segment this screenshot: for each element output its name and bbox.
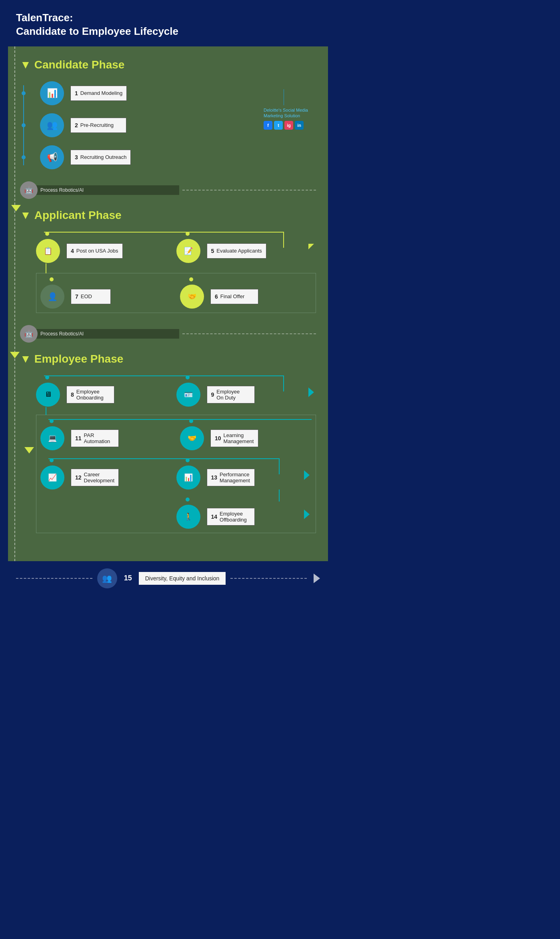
left-arrow-employee [24,447,34,453]
candidate-phase: ▼ Candidate Phase 📊 1 Demand Modeling [20,58,316,169]
career-icon: 📈 [48,473,57,482]
candidate-phase-title: ▼ Candidate Phase [20,58,316,71]
step2-label: 2 Pre-Recruiting [70,118,126,133]
main-content: ▼ Candidate Phase 📊 1 Demand Modeling [8,46,328,561]
step8-circle: 🖥 [36,383,60,407]
chart-icon: 📊 [47,88,58,98]
left-arrow-1 [11,205,21,211]
applicant-arrow-icon: ▼ [20,209,31,222]
employee-step-8: 🖥 8 EmployeeOnboarding [36,383,114,407]
learning-icon: 🤝 [188,434,196,443]
employee-phase-title: ▼ Employee Phase [20,353,316,365]
right-arrow-4 [304,510,310,519]
step7-label: 7 EOD [71,289,111,304]
left-dashed-line [14,46,15,561]
offboarding-icon: 🚶 [184,512,193,521]
process-label-2: Process Robotics/AI [36,329,179,339]
onduty-icon: 🪪 [184,390,193,399]
social-icons: f t ig in [264,121,308,130]
step3-circle: 📢 [40,145,64,169]
linkedin-icon[interactable]: in [295,121,304,130]
twitter-icon[interactable]: t [274,121,283,130]
step13-circle: 📊 [176,465,200,490]
step4-label: 4 Post on USA Jobs [66,243,123,259]
par-icon: 💻 [48,434,57,443]
footer-label: Diversity, Equity and Inclusion [139,572,226,585]
onboarding-icon: 🖥 [44,390,52,399]
applicant-step-7: 👤 7 EOD [40,285,111,309]
applicant-step-5: 📝 5 Evaluate Applicants [176,239,266,263]
step13-label: 13 PerformanceManagement [207,469,255,486]
evaluate-icon: 📝 [184,247,193,255]
diversity-icon: 👥 [102,574,112,583]
process-bar-1: 🤖 Process Robotics/AI [20,181,316,199]
employee-phase: ▼ Employee Phase 🖥 8 EmployeeOnboard [20,353,316,533]
step10-circle: 🤝 [180,426,204,450]
employee-step-12: 📈 12 CareerDevelopment [40,465,119,490]
employee-step-10: 🤝 10 LearningManagement [180,426,258,450]
candidate-step-3: 📢 3 Recruiting Outreach [40,145,316,169]
left-arrow-applicant [10,352,20,358]
step12-label: 12 CareerDevelopment [71,469,119,486]
step11-circle: 💻 [40,426,64,450]
title-line1: TalenTrace: [16,12,73,24]
robot-icon: 🤖 [24,186,33,195]
step14-circle: 🚶 [176,505,200,529]
step4-circle: 📋 [36,239,60,263]
social-media-box: Deloitte's Social MediaMarketing Solutio… [264,89,308,130]
megaphone-icon: 📢 [47,152,58,163]
employee-step-13: 📊 13 PerformanceManagement [176,465,255,490]
post-jobs-icon: 📋 [44,247,52,255]
step12-circle: 📈 [40,465,64,490]
applicant-step-6: 🤝 6 Final Offer [180,285,258,309]
handshake-icon: 🤝 [188,292,196,301]
applicant-step-4: 📋 4 Post on USA Jobs [36,239,123,263]
applicant-phase-title: ▼ Applicant Phase [20,209,316,222]
right-arrow-2 [308,387,314,397]
step7-circle: 👤 [40,285,64,309]
employee-arrow-icon: ▼ [20,353,31,365]
applicant-phase: ▼ Applicant Phase 📋 [20,209,316,313]
title-line2: Candidate to Employee Lifecycle [16,25,178,37]
candidate-arrow-icon: ▼ [20,58,31,71]
process-label-1: Process Robotics/AI [36,185,179,195]
step9-label: 9 EmployeeOn Duty [207,386,255,403]
robotics-icon-1: 🤖 [20,181,38,199]
footer-line-left [16,578,92,579]
step5-circle: 📝 [176,239,200,263]
step1-circle: 📊 [40,81,64,105]
employee-step-11: 💻 11 PARAutomation [40,426,119,450]
eod-icon: 👤 [48,292,58,301]
step2-circle: 👥 [40,113,64,137]
step8-label: 8 EmployeeOnboarding [66,386,114,403]
employee-step-9: 🪪 9 EmployeeOn Duty [176,383,255,407]
step9-circle: 🪪 [176,383,200,407]
step3-label: 3 Recruiting Outreach [70,150,131,165]
footer-circle: 👥 [97,568,117,588]
step14-label: 14 EmployeeOffboarding [207,508,255,526]
facebook-icon[interactable]: f [264,121,272,130]
step6-label: 6 Final Offer [210,289,258,304]
step1-label: 1 Demand Modeling [70,86,127,101]
right-arrow-3 [304,470,310,480]
footer-num: 15 [124,574,132,582]
instagram-icon[interactable]: ig [284,121,293,130]
process-bar-2: 🤖 Process Robotics/AI [20,325,316,343]
robot-icon-2: 🤖 [24,329,33,338]
footer-line-right [230,578,307,579]
footer-arrow-right [314,574,320,583]
right-arrow-1 [308,244,314,249]
performance-icon: 📊 [184,473,193,482]
people-icon: 👥 [47,120,58,130]
header: TalenTrace: Candidate to Employee Lifecy… [0,0,336,46]
step11-label: 11 PARAutomation [71,429,119,447]
robotics-icon-2: 🤖 [20,325,38,343]
step5-label: 5 Evaluate Applicants [207,243,266,259]
social-media-text: Deloitte's Social MediaMarketing Solutio… [264,107,308,119]
employee-step-14: 🚶 14 EmployeeOffboarding [176,505,255,529]
step10-label: 10 LearningManagement [210,429,258,447]
footer: 👥 15 Diversity, Equity and Inclusion [0,561,336,596]
step6-circle: 🤝 [180,285,204,309]
